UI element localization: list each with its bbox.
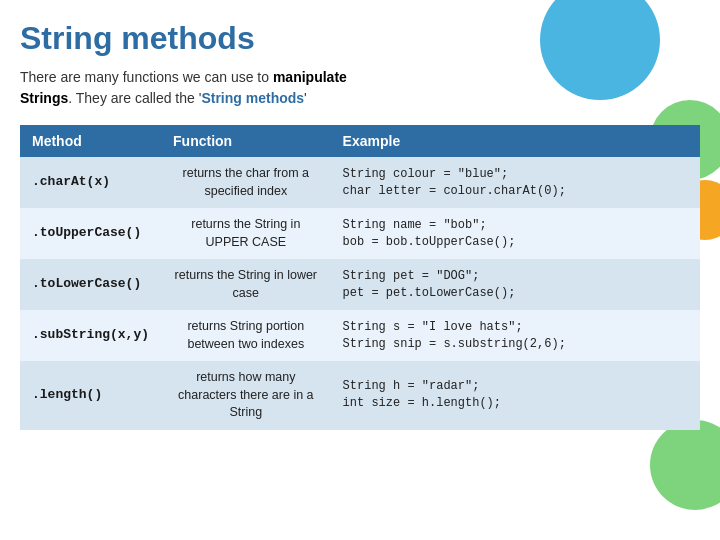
function-cell: returns String portion between two index…: [161, 310, 331, 361]
subtitle: There are many functions we can use to m…: [20, 67, 690, 109]
col-header-method: Method: [20, 125, 161, 157]
table-row: .toLowerCase()returns the String in lowe…: [20, 259, 700, 310]
table-row: .subString(x,y)returns String portion be…: [20, 310, 700, 361]
table-row: .length()returns how many characters the…: [20, 361, 700, 430]
example-cell: String h = "radar"; int size = h.length(…: [331, 361, 700, 430]
example-cell: String colour = "blue"; char letter = co…: [331, 157, 700, 208]
example-cell: String s = "I love hats"; String snip = …: [331, 310, 700, 361]
method-cell: .charAt(x): [20, 157, 161, 208]
col-header-example: Example: [331, 125, 700, 157]
function-cell: returns the String in UPPER CASE: [161, 208, 331, 259]
function-cell: returns how many characters there are in…: [161, 361, 331, 430]
string-methods-table: Method Function Example .charAt(x)return…: [20, 125, 700, 430]
table-row: .charAt(x)returns the char from a specif…: [20, 157, 700, 208]
function-cell: returns the String in lower case: [161, 259, 331, 310]
table-row: .toUpperCase()returns the String in UPPE…: [20, 208, 700, 259]
example-cell: String name = "bob"; bob = bob.toUpperCa…: [331, 208, 700, 259]
method-cell: .toLowerCase(): [20, 259, 161, 310]
page-title: String methods: [20, 20, 690, 57]
method-cell: .subString(x,y): [20, 310, 161, 361]
highlight-text: String methods: [201, 90, 304, 106]
function-cell: returns the char from a specified index: [161, 157, 331, 208]
col-header-function: Function: [161, 125, 331, 157]
method-cell: .length(): [20, 361, 161, 430]
example-cell: String pet = "DOG"; pet = pet.toLowerCas…: [331, 259, 700, 310]
method-cell: .toUpperCase(): [20, 208, 161, 259]
